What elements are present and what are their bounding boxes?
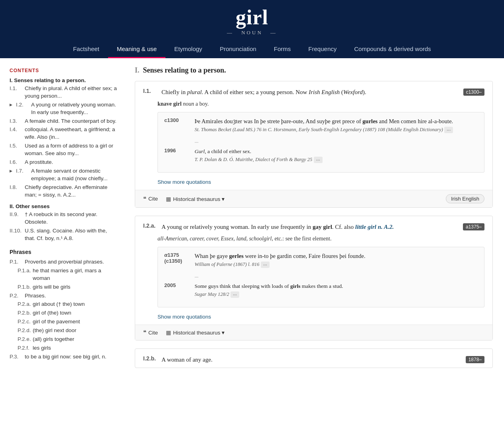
nav-pronunciation[interactable]: Pronunciation [211,41,265,58]
little-girl-link[interactable]: little girl n. A.2. [355,224,394,230]
sidebar-item-i2[interactable]: ▸ I.2. A young or relatively young woman… [10,101,117,116]
quotation-row-c1300: c1300 Þe Amirales douȝter was In þe stre… [164,117,478,134]
nav-forms[interactable]: Forms [265,41,300,58]
sidebar-item-i3[interactable]: I.3. A female child. The counterpart of … [10,118,117,125]
nav-factsheet[interactable]: Factsheet [64,41,108,58]
sidebar-contents-label: CONTENTS [10,68,117,73]
entry-def-i1: Chiefly in plural. A child of either sex… [161,88,459,97]
main-content: I. Senses relating to a person. I.1. Chi… [124,58,504,384]
show-more-quotations-i1[interactable]: Show more quotations [135,177,492,190]
entry-header-i1: I.1. Chiefly in plural. A child of eithe… [135,81,492,100]
sidebar-phrase-p2f[interactable]: P.2.f. les girls [10,344,117,352]
thesaurus-icon-i1: ▦ [166,196,171,202]
sidebar-phrase-p2a[interactable]: P.2.a. girl about († the) town [10,301,117,308]
quotation-row-1996: 1996 Gurl, a child of either sex. T. P. … [164,148,478,164]
entry-header-i2a: I.2.a. A young or relatively young woman… [135,216,492,235]
sidebar-phrase-p2e[interactable]: P.2.e. (all) girls together [10,336,117,343]
sidebar-phrase-p2d[interactable]: P.2.d. (the) girl next door [10,327,117,335]
section-i-heading: I. Senses relating to a person. [135,66,493,75]
sidebar: CONTENTS I. Senses relating to a person.… [0,58,124,384]
sidebar-item-i1[interactable]: I.1. Chiefly in plural. A child of eithe… [10,85,117,100]
entry-badge-i2a: a1375– [463,223,484,230]
cite-icon-i1: ❝ [143,195,146,203]
sidebar-phrase-p3[interactable]: P.3. to be a big girl now: see big girl,… [10,353,117,361]
page-header: girl — NOUN — Factsheet Meaning & use Et… [0,0,504,58]
word-title: girl [0,7,504,28]
quotation-row-2005: 2005 Some guys think that sleeping with … [164,282,478,299]
entry-num-i2a: I.2.a. [143,222,158,229]
main-nav: Factsheet Meaning & use Etymology Pronun… [0,41,504,58]
entry-card-i1: I.1. Chiefly in plural. A child of eithe… [135,81,493,208]
entry-subdef-i2a: all-American, career, cover, Essex, land… [135,235,492,245]
entry-def-i2a: A young or relatively young woman. In ea… [161,222,459,232]
toggle-icon-i2: ▸ [10,101,16,109]
cite-button-i2a[interactable]: ❝ Cite [143,329,158,336]
word-pos: — NOUN — [0,30,504,36]
quotation-more-button-1996[interactable]: ··· [314,157,323,163]
thesaurus-icon-i2a: ▦ [166,329,171,336]
sidebar-item-i8[interactable]: I.8. Chiefly depreciative. An effeminate… [10,184,117,199]
quotation-more-button-c1300[interactable]: ··· [444,127,453,133]
sidebar-phrase-p1a[interactable]: P.1.a. he that marries a girl, mars a wo… [10,267,117,282]
sidebar-phrase-p1[interactable]: P.1. Proverbs and proverbial phrases. [10,258,117,266]
quotation-more-button-a1375[interactable]: ··· [261,262,270,268]
sidebar-phrases-label: Phrases [10,249,117,255]
entry-num-i2b: I.2.b. [143,355,158,362]
nav-compounds[interactable]: Compounds & derived words [345,41,440,58]
nav-frequency[interactable]: Frequency [299,41,345,58]
cite-button-i1[interactable]: ❝ Cite [143,195,158,203]
sidebar-item-ii10[interactable]: II.10. U.S. slang. Cocaine. Also with th… [10,227,117,242]
quotation-row-a1375: α1375(c1350) Whan þe gaye gerles were in… [164,252,478,269]
sidebar-item-i4[interactable]: I.4. colloquial. A sweetheart, a girlfri… [10,126,117,141]
toggle-icon-i7: ▸ [10,167,16,175]
sidebar-phrase-p2[interactable]: P.2. Phrases. [10,292,117,300]
sidebar-phrase-p2b[interactable]: P.2.b. girl of (the) town [10,309,117,317]
irish-english-badge-i1: Irish English [446,194,484,203]
entry-card-i2b: I.2.b. A woman of any age. 1878– [135,348,493,368]
entry-footer-i2a: ❝ Cite ▦ Historical thesaurus ▾ [135,325,492,340]
quotation-ellipsis-i1: ... [164,138,478,144]
sidebar-phrase-p1b[interactable]: P.1.b. girls will be girls [10,283,117,291]
thesaurus-button-i2a[interactable]: ▦ Historical thesaurus ▾ [166,329,224,336]
entry-num-i1: I.1. [143,88,158,94]
sidebar-phrase-p2c[interactable]: P.2.c. girl of the pavement [10,318,117,326]
entry-footer-i1: ❝ Cite ▦ Historical thesaurus ▾ Irish En… [135,190,492,207]
entry-badge-i2b: 1878– [466,356,484,363]
entry-subdef-i1: knave girl noun a boy. [135,100,492,110]
sidebar-section-ii: II. Other senses [10,203,117,209]
sidebar-item-i7[interactable]: ▸ I.7. A female servant or domestic empl… [10,167,117,183]
main-layout: CONTENTS I. Senses relating to a person.… [0,58,504,384]
show-more-quotations-i2a[interactable]: Show more quotations [135,312,492,325]
quotation-box-i1: c1300 Þe Amirales douȝter was In þe stre… [158,112,484,173]
nav-etymology[interactable]: Etymology [165,41,211,58]
entry-def-i2b: A woman of any age. [161,355,462,364]
sidebar-item-i6[interactable]: I.6. A prostitute. [10,159,117,166]
sidebar-section-i: I. Senses relating to a person. [10,77,117,83]
quotation-box-i2a: α1375(c1350) Whan þe gaye gerles were in… [158,247,484,308]
sidebar-item-ii9[interactable]: II.9. † A roebuck in its second year. Ob… [10,211,117,226]
thesaurus-button-i1[interactable]: ▦ Historical thesaurus ▾ [166,196,224,202]
entry-badge-i1: c1300– [463,89,484,96]
quotation-more-button-2005[interactable]: ··· [230,291,239,298]
nav-meaning-use[interactable]: Meaning & use [108,41,165,58]
quotation-ellipsis-i2a: ... [164,273,478,279]
sidebar-item-i5[interactable]: I.5. Used as a form of address to a girl… [10,142,117,157]
cite-icon-i2a: ❝ [143,329,146,336]
entry-header-i2b: I.2.b. A woman of any age. 1878– [135,349,492,368]
entry-card-i2a: I.2.a. A young or relatively young woman… [135,216,493,340]
